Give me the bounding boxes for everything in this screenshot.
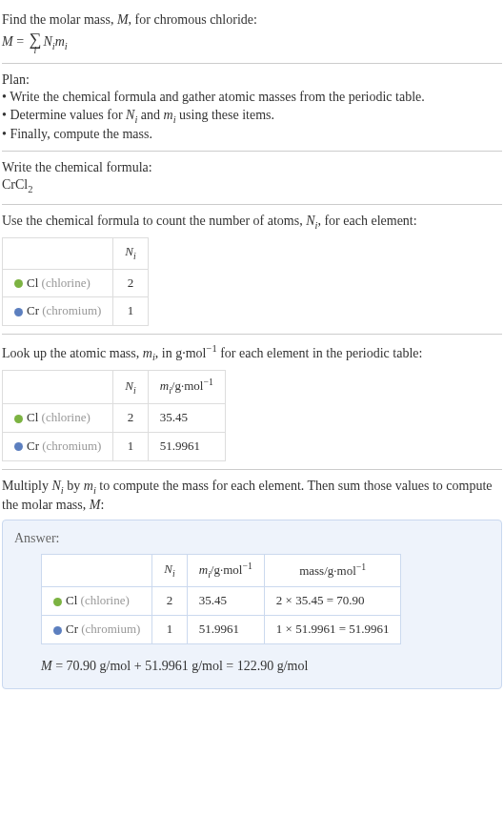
exp: −1 [242, 561, 252, 571]
text: and [137, 108, 163, 122]
sub-i: i [65, 41, 68, 51]
element-cell: Cr (chromium) [3, 297, 113, 326]
exp: −1 [206, 343, 216, 354]
col-n-header: Ni [113, 238, 148, 269]
table-header-row: Ni mi/g·mol−1 mass/g·mol−1 [42, 554, 401, 587]
var-N: N [164, 561, 172, 576]
var-m: m [55, 34, 65, 49]
table-row: Cl (chlorine) 2 35.45 2 × 35.45 = 70.90 [42, 587, 401, 616]
empty-header [3, 371, 113, 404]
col-n-header: Ni [152, 554, 187, 587]
dot-icon [53, 598, 62, 606]
unit: /g·mol [211, 562, 243, 577]
element-cell: Cr (chromium) [3, 432, 113, 460]
text: Multiply [2, 479, 52, 493]
mass-heading: Look up the atomic mass, mi, in g·mol−1 … [2, 342, 502, 364]
var-N: N [125, 244, 133, 258]
answer-box: Answer: Ni mi/g·mol−1 mass/g·mol−1 Cl (c… [2, 520, 502, 689]
dot-icon [14, 415, 23, 423]
element-cell: Cr (chromium) [42, 616, 152, 644]
n-cell: 1 [113, 432, 148, 460]
dot-icon [14, 279, 23, 288]
sub-i: i [133, 251, 136, 261]
intro-section: Find the molar mass, M, for chromous chl… [2, 4, 502, 64]
var-m: m [143, 346, 152, 360]
dot-icon [53, 626, 62, 635]
table-header-row: Ni mi/g·mol−1 [3, 371, 226, 404]
plan-bullet-1: • Write the chemical formula and gather … [2, 89, 502, 106]
multiply-section: Multiply Ni by mi to compute the mass fo… [2, 470, 502, 697]
chem-formula-section: Write the chemical formula: CrCl2 [2, 152, 502, 205]
table-row: Cr (chromium) 1 51.9961 1 × 51.9961 = 51… [42, 616, 401, 644]
text: Find the molar mass, [2, 12, 117, 27]
var-N: N [52, 479, 61, 493]
unit: mass/g·mol [299, 563, 356, 578]
plan-bullet-2: • Determine values for Ni and mi using t… [2, 107, 502, 126]
text: Look up the atomic mass, [2, 346, 143, 360]
sub-i: i [172, 567, 175, 578]
exp: −1 [356, 561, 366, 572]
mass-section: Look up the atomic mass, mi, in g·mol−1 … [2, 335, 502, 469]
var-N: N [43, 34, 51, 49]
element-name: (chromium) [39, 439, 101, 453]
plan-heading: Plan: [2, 71, 502, 89]
sub-i: i [133, 384, 136, 395]
text: for each element in the periodic table: [217, 346, 423, 360]
intro-line1: Find the molar mass, M, for chromous chl… [2, 11, 502, 29]
text: : [100, 498, 104, 512]
answer-label: Answer: [14, 530, 490, 547]
var-M: M [41, 659, 52, 673]
count-heading: Use the chemical formula to count the nu… [2, 213, 502, 232]
n-cell: 1 [152, 616, 187, 644]
m-cell: 35.45 [148, 403, 225, 432]
element-name: (chlorine) [77, 593, 130, 607]
element-cell: Cl (chlorine) [42, 587, 152, 616]
n-cell: 2 [113, 269, 148, 297]
element-symbol: Cl [27, 410, 38, 424]
element-name: (chromium) [78, 622, 140, 636]
text: , for each element: [317, 214, 416, 228]
multiply-text: Multiply Ni by mi to compute the mass fo… [2, 478, 502, 515]
col-n-header: Ni [113, 371, 148, 404]
final-rhs: = 70.90 g/mol + 51.9961 g/mol = 122.90 g… [52, 659, 309, 673]
var-M: M [117, 12, 129, 27]
element-cell: Cl (chlorine) [3, 269, 113, 297]
formula-base: CrCl [2, 177, 28, 192]
table-row: Cl (chlorine) 2 [3, 269, 149, 297]
var-N: N [306, 214, 314, 228]
var-m: m [164, 108, 173, 122]
equals: = [13, 34, 28, 49]
text: , for chromous chloride: [129, 12, 257, 27]
element-symbol: Cr [27, 303, 39, 317]
formula-sub: 2 [28, 184, 32, 194]
m-cell: 51.9961 [187, 616, 264, 644]
molar-mass-formula: M = ∑iNimi [2, 31, 502, 55]
var-m: m [160, 379, 169, 394]
empty-header [3, 238, 113, 269]
element-symbol: Cr [27, 439, 39, 453]
element-name: (chlorine) [38, 275, 91, 290]
element-symbol: Cl [66, 593, 77, 607]
text: by [64, 479, 84, 493]
text: using these items. [176, 108, 274, 122]
formula-lhs: M [2, 34, 13, 49]
col-m-header: mi/g·mol−1 [148, 371, 225, 404]
n-cell: 1 [113, 297, 148, 326]
var-N: N [125, 378, 133, 393]
element-symbol: Cl [27, 275, 38, 290]
var-m: m [84, 479, 93, 493]
mass-table: Ni mi/g·mol−1 Cl (chlorine) 2 35.45 Cr (… [2, 370, 226, 460]
text: • Determine values for [2, 108, 126, 122]
chem-formula-heading: Write the chemical formula: [2, 159, 502, 176]
answer-table: Ni mi/g·mol−1 mass/g·mol−1 Cl (chlorine)… [41, 554, 401, 644]
table-row: Cr (chromium) 1 51.9961 [3, 432, 226, 460]
element-cell: Cl (chlorine) [3, 403, 113, 432]
plan-bullet-3: • Finally, compute the mass. [2, 126, 502, 143]
table-row: Cr (chromium) 1 [3, 297, 149, 326]
sigma-sub: i [34, 46, 37, 55]
table-header-row: Ni [3, 238, 149, 269]
element-name: (chlorine) [38, 410, 91, 424]
col-m-header: mi/g·mol−1 [187, 554, 264, 587]
element-symbol: Cr [66, 622, 78, 636]
mass-cell: 2 × 35.45 = 70.90 [264, 587, 401, 616]
